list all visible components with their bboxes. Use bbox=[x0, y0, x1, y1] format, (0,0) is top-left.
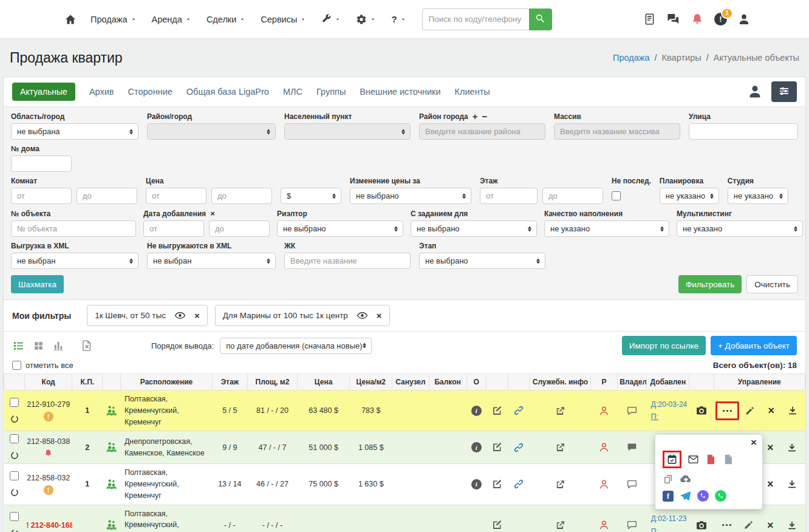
menu-services[interactable]: Сервисы bbox=[253, 0, 313, 38]
status-circle-icon[interactable] bbox=[10, 488, 19, 497]
menu-settings[interactable] bbox=[348, 0, 383, 38]
remove-filter-icon[interactable]: × bbox=[194, 311, 200, 320]
grid-view-icon[interactable] bbox=[33, 340, 44, 352]
published-link[interactable]: П: bbox=[651, 527, 658, 532]
journal-icon[interactable] bbox=[643, 13, 656, 26]
search-button[interactable] bbox=[529, 9, 552, 30]
bell-icon[interactable] bbox=[691, 13, 704, 26]
tab-actual[interactable]: Актуальные bbox=[12, 83, 75, 101]
owner-comment-icon[interactable] bbox=[626, 479, 638, 490]
envelope-icon[interactable] bbox=[688, 454, 699, 465]
owner-comment-icon[interactable] bbox=[626, 519, 638, 531]
link-icon[interactable] bbox=[513, 442, 524, 453]
info-icon[interactable]: i bbox=[471, 442, 482, 452]
object-code[interactable]: 212-858-038 bbox=[27, 437, 70, 446]
alert-bell-icon[interactable] bbox=[44, 449, 53, 458]
city-district-input[interactable] bbox=[419, 123, 545, 140]
row-checkbox[interactable] bbox=[10, 471, 19, 480]
profile-icon[interactable] bbox=[747, 84, 763, 100]
chess-button[interactable]: Шахматка bbox=[11, 275, 64, 293]
delete-icon[interactable]: × bbox=[767, 520, 774, 531]
whatsapp-icon[interactable] bbox=[715, 490, 726, 502]
map-marker-people-icon[interactable] bbox=[105, 441, 118, 454]
stage-select[interactable]: не выбрано bbox=[419, 253, 545, 269]
map-marker-people-icon[interactable] bbox=[105, 519, 118, 531]
price-change-select[interactable]: не выбрано bbox=[350, 188, 471, 204]
multilisting-select[interactable]: не указано bbox=[677, 220, 803, 237]
region-select[interactable]: не выбрана bbox=[11, 123, 138, 140]
delete-icon[interactable]: × bbox=[767, 442, 774, 453]
calendar-check-icon[interactable] bbox=[666, 454, 678, 465]
status-circle-icon[interactable] bbox=[10, 451, 19, 460]
external-link-icon[interactable] bbox=[555, 406, 565, 416]
menu-rent[interactable]: Аренда bbox=[144, 0, 199, 38]
excel-export-icon[interactable] bbox=[81, 339, 93, 352]
link-icon[interactable] bbox=[513, 479, 524, 489]
xml-export-select[interactable]: не выбран bbox=[11, 253, 138, 269]
task-for-select[interactable]: не выбрано bbox=[411, 220, 537, 237]
pencil-icon[interactable] bbox=[745, 406, 755, 416]
published-link[interactable]: П: bbox=[651, 412, 658, 421]
tab-third-party[interactable]: Сторонние bbox=[128, 87, 172, 97]
order-select[interactable]: по дате добавления (сначала новые) bbox=[220, 338, 372, 354]
delete-icon[interactable]: × bbox=[767, 479, 774, 489]
clear-button[interactable]: Очистить bbox=[746, 275, 798, 293]
added-date-link[interactable]: Д:20-03-24 bbox=[651, 400, 688, 409]
owner-comment-icon[interactable] bbox=[626, 442, 638, 453]
studio-select[interactable]: не указано bbox=[728, 188, 788, 204]
minus-icon[interactable]: − bbox=[482, 112, 488, 121]
status-circle-icon[interactable] bbox=[10, 414, 19, 424]
home-icon[interactable] bbox=[58, 13, 83, 26]
user-icon[interactable] bbox=[737, 13, 751, 26]
floor-to-input[interactable] bbox=[542, 188, 603, 204]
eye-icon[interactable] bbox=[174, 310, 186, 321]
download-icon[interactable] bbox=[787, 442, 797, 453]
filter-chip[interactable]: 1к Шевч, от 50 тыс × bbox=[87, 305, 207, 326]
pdf-red-icon[interactable] bbox=[705, 454, 717, 465]
delete-icon[interactable]: × bbox=[768, 405, 774, 416]
realtor-icon[interactable] bbox=[598, 519, 610, 531]
menu-tools[interactable] bbox=[313, 0, 348, 38]
download-icon[interactable] bbox=[787, 520, 797, 531]
chart-view-icon[interactable] bbox=[52, 339, 64, 352]
owner-comment-icon[interactable] bbox=[626, 405, 638, 417]
warning-badge-icon[interactable]: ! bbox=[44, 485, 53, 495]
realtor-icon[interactable] bbox=[598, 479, 610, 490]
filter-button[interactable]: Фильтровать bbox=[678, 275, 742, 293]
massif-input[interactable] bbox=[554, 123, 680, 140]
menu-help[interactable]: ? bbox=[383, 0, 413, 38]
edit-icon[interactable] bbox=[491, 442, 503, 453]
viber-icon[interactable] bbox=[697, 490, 709, 502]
tab-groups[interactable]: Группы bbox=[316, 87, 346, 97]
info-icon[interactable]: i bbox=[471, 479, 482, 489]
more-actions-icon[interactable] bbox=[721, 519, 732, 531]
object-code[interactable]: !212-840-168 bbox=[27, 521, 70, 530]
tab-external-sources[interactable]: Внешние источники bbox=[360, 87, 440, 97]
settlement-select[interactable] bbox=[284, 123, 411, 140]
warning-badge-icon[interactable]: ! bbox=[44, 412, 53, 421]
external-link-icon[interactable] bbox=[555, 479, 565, 489]
price-to-input[interactable] bbox=[211, 188, 272, 204]
telegram-icon[interactable] bbox=[680, 490, 691, 502]
external-link-icon[interactable] bbox=[555, 442, 565, 452]
realtor-icon[interactable] bbox=[598, 442, 610, 453]
status-circle-icon[interactable] bbox=[10, 528, 19, 532]
object-id-input[interactable] bbox=[11, 220, 136, 237]
camera-icon[interactable] bbox=[695, 404, 708, 417]
date-from-input[interactable] bbox=[143, 220, 204, 237]
copy-icon[interactable] bbox=[663, 474, 674, 485]
more-actions-icon[interactable] bbox=[722, 405, 733, 417]
district-select[interactable] bbox=[147, 123, 276, 140]
pdf-gray-icon[interactable] bbox=[723, 454, 734, 465]
menu-deals[interactable]: Сделки bbox=[199, 0, 253, 38]
not-last-checkbox[interactable] bbox=[612, 191, 621, 200]
alerts-icon[interactable]: ! 1 bbox=[714, 13, 727, 26]
edit-icon[interactable] bbox=[491, 479, 503, 490]
floor-from-input[interactable] bbox=[480, 188, 538, 204]
rooms-to-input[interactable] bbox=[77, 188, 137, 204]
row-checkbox[interactable] bbox=[10, 398, 19, 407]
quality-select[interactable]: не указано bbox=[544, 220, 669, 237]
tab-mls[interactable]: МЛС bbox=[283, 87, 302, 97]
layout-select[interactable]: не указано bbox=[660, 188, 719, 204]
edit-icon[interactable] bbox=[491, 405, 503, 417]
